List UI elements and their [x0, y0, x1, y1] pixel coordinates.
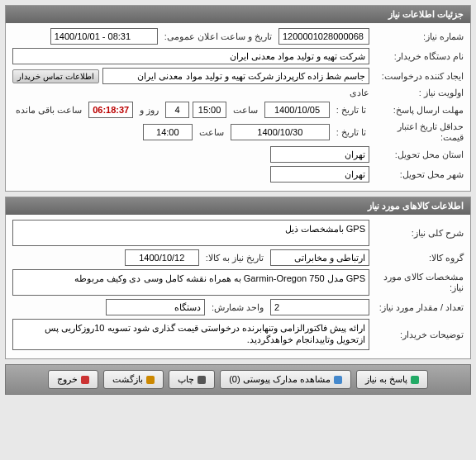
print-button[interactable]: چاپ: [169, 370, 215, 389]
general-desc-label: شرح کلی نیاز:: [373, 228, 464, 239]
buyer-label: نام دستگاه خریدار:: [373, 51, 464, 62]
days-remaining-field: 4: [165, 102, 189, 118]
validity-label: حداقل تاریخ اعتبار قیمت:: [373, 121, 464, 143]
time-label-2: ساعت: [196, 127, 227, 138]
need-date-label: تاریخ نیاز به کالا:: [202, 253, 267, 263]
to-date-label-2: تا تاریخ :: [333, 127, 369, 138]
unit-field: دستگاه: [106, 299, 205, 315]
priority-value: عادی: [350, 88, 369, 98]
priority-label: اولویت نیاز :: [373, 88, 464, 98]
requester-field: جاسم شط زاده کارپرداز شرکت تهیه و تولید …: [102, 68, 369, 84]
time-label-1: ساعت: [230, 105, 261, 116]
buyer-field: شرکت تهیه و تولید مواد معدنی ایران: [12, 48, 369, 64]
print-icon: [198, 376, 206, 384]
back-button[interactable]: بازگشت: [103, 370, 164, 389]
need-no-field: 1200001028000068: [278, 28, 369, 45]
spec-field: GPS مدل Garmin-Oregon 750 به همراه نقشه …: [12, 269, 369, 296]
validity-date-field: 1400/10/30: [231, 124, 330, 140]
group-label: گروه کالا:: [373, 253, 464, 263]
to-date-label-1: تا تاریخ :: [333, 105, 369, 116]
footer-toolbar: پاسخ به نیاز مشاهده مدارک پیوستی (0) چاپ…: [5, 364, 471, 395]
exit-button-label: خروج: [57, 374, 78, 385]
contact-buyer-button[interactable]: اطلاعات تماس خریدار: [12, 69, 99, 83]
need-details-panel: جزئیات اطلاعات نیاز شماره نیاز: 12000010…: [5, 5, 471, 192]
exit-icon: [81, 376, 89, 384]
need-date-field: 1400/10/12: [125, 249, 199, 266]
exit-button[interactable]: خروج: [48, 370, 98, 389]
validity-time-field: 14:00: [143, 124, 193, 140]
goods-info-panel: اطلاعات کالاهای مورد نیاز شرح کلی نیاز: …: [5, 197, 471, 359]
reply-button-label: پاسخ به نیاز: [365, 374, 407, 385]
spec-label: مشخصات کالای مورد نیاز:: [373, 272, 464, 293]
notes-field: ارائه پیش فاکتورالزامی وتنهابرنده درخواس…: [12, 319, 369, 350]
countdown-timer: 06:18:37: [93, 104, 129, 116]
delivery-city-label: شهر محل تحویل:: [373, 169, 464, 180]
goods-info-body: شرح کلی نیاز: GPS بامشخصات ذیل گروه کالا…: [6, 215, 470, 358]
qty-label: تعداد / مقدار مورد نیاز:: [373, 302, 464, 313]
deadline-time-field: 15:00: [193, 102, 226, 118]
need-details-body: شماره نیاز: 1200001028000068 تاریخ و ساع…: [6, 23, 470, 191]
notes-label: توضیحات خریدار:: [373, 330, 464, 340]
back-icon: [146, 376, 155, 384]
qty-field: 2: [270, 299, 369, 315]
print-button-label: چاپ: [178, 374, 194, 385]
unit-label: واحد شمارش:: [208, 302, 267, 313]
delivery-city-field: تهران: [270, 166, 369, 183]
public-dt-label: تاریخ و ساعت اعلان عمومی:: [161, 31, 275, 42]
reply-icon: [411, 376, 419, 384]
deadline-label: مهلت ارسال پاسخ:: [373, 105, 464, 116]
delivery-province-field: تهران: [270, 146, 369, 163]
remaining-label: ساعت باقی مانده: [12, 105, 85, 116]
reply-button[interactable]: پاسخ به نیاز: [356, 370, 428, 389]
attachment-icon: [334, 376, 342, 384]
requester-label: ایجاد کننده درخواست:: [373, 71, 464, 82]
attachments-button-label: مشاهده مدارک پیوستی (0): [229, 374, 331, 385]
public-dt-field: 1400/10/01 - 08:31: [50, 28, 158, 45]
attachments-button[interactable]: مشاهده مدارک پیوستی (0): [220, 370, 351, 389]
need-details-header: جزئیات اطلاعات نیاز: [6, 6, 470, 23]
days-label: روز و: [136, 105, 162, 116]
need-no-label: شماره نیاز:: [373, 31, 464, 42]
goods-info-header: اطلاعات کالاهای مورد نیاز: [6, 197, 470, 215]
deadline-date-field: 1400/10/05: [264, 102, 330, 118]
general-desc-field: GPS بامشخصات ذیل: [12, 220, 369, 246]
delivery-province-label: استان محل تحویل:: [373, 149, 464, 160]
group-field: ارتباطی و مخابراتی: [270, 249, 369, 266]
back-button-label: بازگشت: [112, 374, 143, 385]
